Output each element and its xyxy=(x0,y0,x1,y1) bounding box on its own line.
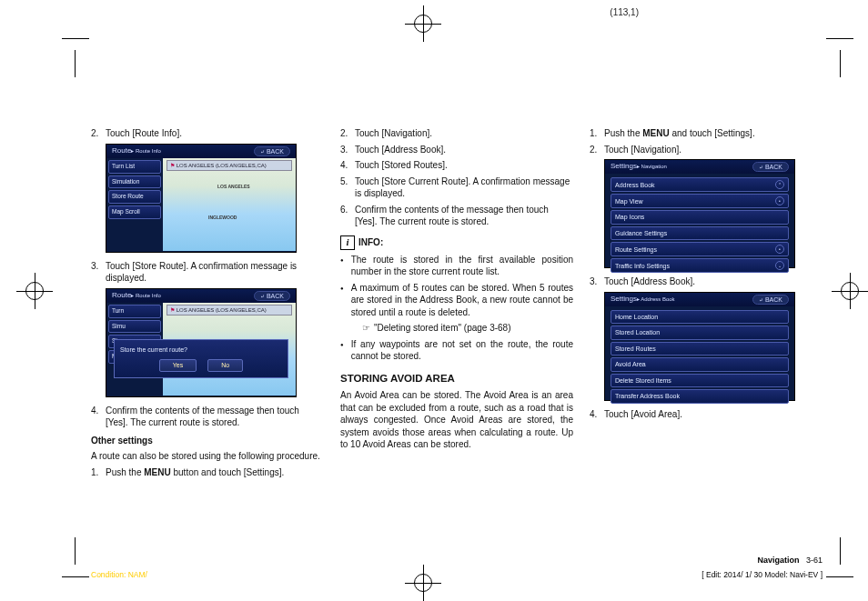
back-button[interactable]: ⤶ BACK xyxy=(254,146,290,156)
settings-item-guidance[interactable]: Guidance Settings xyxy=(611,226,789,240)
menu-item-map-scroll[interactable]: Map Scroll xyxy=(108,205,161,219)
back-button[interactable]: ⤶ BACK xyxy=(752,295,789,305)
menu-item[interactable]: Simu xyxy=(108,320,161,334)
registration-mark xyxy=(832,273,868,309)
map-destination-label: ⚑ LOS ANGELES (LOS ANGELES,CA) xyxy=(167,160,292,171)
info-bullet-list: The route is stored in the first availab… xyxy=(340,254,573,319)
step-list: 3.Touch [Store Route]. A confirmation me… xyxy=(91,260,324,285)
step-list: 1.Push the MENU button and touch [Settin… xyxy=(91,466,324,479)
step-item: 1.Push the MENU and touch [Settings]. xyxy=(590,127,823,140)
nav-screenshot-settings-address-book: Settings▸ Address Book ⤶ BACK Home Locat… xyxy=(604,292,795,401)
crop-mark xyxy=(826,38,853,39)
menu-item[interactable]: Turn xyxy=(108,305,161,318)
column-1: 2.Touch [Route Info]. Route▸ Route Info … xyxy=(91,127,324,482)
page-coordinate: (113,1) xyxy=(610,7,639,17)
cross-reference: "Deleting stored item" (page 3-68) xyxy=(362,322,573,335)
settings-item-stored-routes[interactable]: Stored Routes xyxy=(611,342,789,356)
settings-item-transfer[interactable]: Transfer Address Book xyxy=(611,389,789,403)
paragraph: An Avoid Area can be stored. The Avoid A… xyxy=(340,389,573,451)
dialog-message: Store the current route? xyxy=(120,346,282,354)
scroll-up-icon[interactable]: ⌃ xyxy=(775,180,784,189)
column-2: 2.Touch [Navigation]. 3.Touch [Address B… xyxy=(340,127,573,482)
step-list: 3.Touch [Address Book]. xyxy=(590,275,823,288)
step-item: 2.Touch [Navigation]. xyxy=(340,127,573,140)
yes-button[interactable]: Yes xyxy=(159,359,197,371)
bullet-item: If any waypoints are not set on the rout… xyxy=(340,338,573,363)
subheading-other-settings: Other settings xyxy=(91,435,324,447)
settings-item-stored-location[interactable]: Stored Location xyxy=(611,326,789,339)
step-list: 2.Touch [Navigation]. 3.Touch [Address B… xyxy=(340,127,573,228)
crop-mark xyxy=(75,50,76,77)
menu-item-store-route[interactable]: Store Route xyxy=(108,190,161,204)
step-list: 1.Push the MENU and touch [Settings]. 2.… xyxy=(590,127,823,155)
step-item: 3.Touch [Store Route]. A confirmation me… xyxy=(91,260,324,285)
step-item: 6.Confirm the contents of the message th… xyxy=(340,204,573,228)
step-list: 2.Touch [Route Info]. xyxy=(91,127,324,140)
column-3: 1.Push the MENU and touch [Settings]. 2.… xyxy=(590,127,823,482)
screen-title: Settings▸ Address Book xyxy=(611,295,675,305)
nav-screenshot-store-route-dialog: Route▸ Route Info ⤶ BACK Turn Simu Store… xyxy=(106,288,297,397)
settings-item-address-book[interactable]: Address Book⌃ xyxy=(611,177,789,192)
bullet-item: The route is stored in the first availab… xyxy=(340,254,573,278)
crop-mark xyxy=(826,576,853,577)
screen-header: Route▸ Route Info ⤶ BACK xyxy=(106,289,296,303)
step-item: 3.Touch [Address Book]. xyxy=(590,275,823,288)
scroll-down-icon[interactable]: ⌄ xyxy=(775,261,784,270)
settings-item-map-icons[interactable]: Map Icons xyxy=(611,210,789,224)
step-item: 3.Touch [Address Book]. xyxy=(340,144,573,156)
screen-title: Settings▸ Navigation xyxy=(611,162,667,172)
nav-screenshot-settings-navigation: Settings▸ Navigation ⤶ BACK Address Book… xyxy=(604,159,795,268)
heading-storing-avoid-area: STORING AVOID AREA xyxy=(340,372,573,386)
screen-header: Settings▸ Navigation ⤶ BACK xyxy=(605,160,794,174)
page-footer: Navigation 3-61 xyxy=(91,556,823,565)
info-label: INFO: xyxy=(358,236,383,249)
step-item: 2.Touch [Route Info]. xyxy=(91,127,324,140)
registration-mark xyxy=(405,5,441,42)
bullet-item: A maximum of 5 routes can be stored. Whe… xyxy=(340,282,573,319)
back-button[interactable]: ⤶ BACK xyxy=(752,162,789,172)
settings-item-map-view[interactable]: Map View• xyxy=(611,194,789,208)
step-item: 1.Push the MENU button and touch [Settin… xyxy=(91,466,324,479)
settings-list: Home Location Stored Location Stored Rou… xyxy=(605,306,794,407)
scroll-indicator-icon: • xyxy=(775,196,784,205)
settings-list: Address Book⌃ Map View• Map Icons Guidan… xyxy=(605,174,794,276)
settings-item-delete[interactable]: Delete Stored Items xyxy=(611,374,789,387)
step-item: 2.Touch [Navigation]. xyxy=(590,144,823,156)
info-icon: i xyxy=(340,235,355,250)
step-item: 4.Confirm the contents of the message th… xyxy=(91,405,324,429)
crop-mark xyxy=(840,537,841,565)
page-content: 2.Touch [Route Info]. Route▸ Route Info … xyxy=(91,127,823,482)
registration-mark xyxy=(16,273,53,309)
step-item: 4.Touch [Avoid Area]. xyxy=(590,408,823,421)
settings-item-avoid-area[interactable]: Avoid Area xyxy=(611,357,789,371)
crop-mark xyxy=(62,38,89,39)
map-destination-label: ⚑ LOS ANGELES (LOS ANGELES,CA) xyxy=(167,305,292,316)
paragraph: A route can also be stored using the fol… xyxy=(91,450,324,463)
crop-mark xyxy=(840,50,841,77)
screen-side-menu: Turn List Simulation Store Route Map Scr… xyxy=(106,158,163,251)
screen-header: Settings▸ Address Book ⤶ BACK xyxy=(605,293,794,306)
page-number: Navigation 3-61 xyxy=(757,556,823,565)
settings-item-traffic[interactable]: Traffic Info Settings⌄ xyxy=(611,258,789,273)
step-item: 4.Touch [Stored Routes]. xyxy=(340,159,573,172)
menu-item-turn-list[interactable]: Turn List xyxy=(108,160,161,174)
condition-label: Condition: NAM/ xyxy=(91,570,147,579)
settings-item-home[interactable]: Home Location xyxy=(611,310,789,324)
confirmation-dialog: Store the current route? Yes No xyxy=(114,339,288,378)
step-list: 4.Confirm the contents of the message th… xyxy=(91,405,324,429)
map-view[interactable]: ⚑ LOS ANGELES (LOS ANGELES,CA) LOS ANGEL… xyxy=(163,158,296,251)
reference-icon xyxy=(362,323,374,333)
page-meta: Condition: NAM/ [ Edit: 2014/ 1/ 30 Mode… xyxy=(91,570,823,579)
step-list: 4.Touch [Avoid Area]. xyxy=(590,408,823,421)
crop-mark xyxy=(75,537,76,565)
no-button[interactable]: No xyxy=(207,359,243,371)
scroll-indicator-icon: • xyxy=(775,245,784,254)
settings-item-route[interactable]: Route Settings• xyxy=(611,242,789,256)
menu-item-simulation[interactable]: Simulation xyxy=(108,175,161,189)
nav-screenshot-route-info: Route▸ Route Info ⤶ BACK Turn List Simul… xyxy=(106,144,297,253)
screen-title: Route▸ Route Info xyxy=(112,146,161,156)
edit-info: [ Edit: 2014/ 1/ 30 Model: Navi-EV ] xyxy=(701,570,823,579)
back-button[interactable]: ⤶ BACK xyxy=(254,291,290,301)
screen-header: Route▸ Route Info ⤶ BACK xyxy=(106,145,296,158)
screen-title: Route▸ Route Info xyxy=(112,291,161,301)
